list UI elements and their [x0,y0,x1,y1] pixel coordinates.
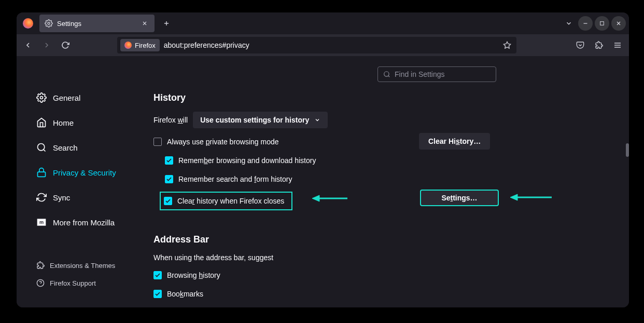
sidebar-item-label: Firefox Support [50,279,96,287]
clear-on-close-settings-button[interactable]: Settings… [420,190,499,206]
checkbox-remember-history[interactable]: Remember browsing and download history [165,154,629,167]
checkbox-suggest-bookmarks[interactable]: Bookmarks [153,288,629,300]
addressbar-desc: When using the address bar, suggest [153,253,629,262]
scrollbar[interactable] [626,143,629,157]
urlbar[interactable]: Firefox about:preferences#privacy [117,37,516,53]
button-label: Settings… [441,194,477,202]
checkbox-suggest-history[interactable]: Browsing history [153,269,629,281]
history-mode-dropdown[interactable]: Use custom settings for history [193,112,328,128]
sidebar-item-label: Home [53,118,74,127]
puzzle-icon [36,261,45,270]
settings-main: Find in Settings History Firefox will Us… [141,56,629,307]
url-text: about:preferences#privacy [164,41,249,49]
back-button[interactable] [20,37,36,53]
checkbox-remember-form-history[interactable]: Remember search and form history [165,173,629,185]
sidebar-item-extensions-themes[interactable]: Extensions & Themes [36,258,141,273]
sidebar-item-general[interactable]: General [36,87,141,108]
save-to-pocket-button[interactable] [572,37,589,53]
gear-icon [45,19,53,28]
checkbox-clear-on-close[interactable]: Clear history when Firefox closes [164,195,284,207]
clear-history-button[interactable]: Clear History… [419,133,490,150]
checkbox-icon [153,290,162,298]
content-area: General Home Search Privacy & Security S… [17,56,629,307]
annotation-arrow-icon [510,192,552,203]
sidebar-item-privacy[interactable]: Privacy & Security [36,162,141,183]
sidebar-item-label: Extensions & Themes [50,262,115,270]
svg-point-13 [40,97,43,99]
window-minimize-button[interactable] [578,16,593,31]
checkbox-label: Remember browsing and download history [178,156,316,165]
svg-text:m: m [39,220,44,225]
svg-marker-9 [503,42,510,48]
identity-box[interactable]: Firefox [120,39,160,51]
list-all-tabs-button[interactable] [562,16,576,31]
sidebar-item-search[interactable]: Search [36,137,141,158]
addressbar-section-title: Address Bar [153,234,629,245]
checkbox-label: Remember search and form history [178,175,292,183]
sync-icon [36,192,47,203]
checkbox-icon [165,156,173,165]
button-label: Clear History… [428,137,481,145]
checkbox-label: Browsing history [167,271,220,279]
find-in-settings-input[interactable]: Find in Settings [377,66,496,82]
lock-icon [36,167,47,178]
gear-icon [36,92,47,103]
extensions-button[interactable] [591,37,607,53]
will-label: Firefox will [153,116,188,124]
sidebar-item-firefox-support[interactable]: Firefox Support [36,275,141,291]
window-maximize-button[interactable] [595,16,609,31]
settings-sidebar: General Home Search Privacy & Security S… [17,56,141,307]
help-icon [36,279,45,287]
app-menu-button[interactable] [609,37,626,53]
sidebar-item-label: More from Mozilla [53,218,115,227]
checkbox-label: Always use private browsing mode [167,138,279,146]
checkbox-private-browsing[interactable]: Always use private browsing mode [153,136,629,148]
bookmark-star-button[interactable] [501,39,513,51]
svg-rect-16 [38,172,46,177]
checkbox-label: Clear history when Firefox closes [177,197,284,205]
firefox-will-row: Firefox will Use custom settings for his… [153,112,629,128]
browser-window: Settings [17,12,629,307]
checkbox-label: Bookmarks [167,290,203,298]
svg-marker-26 [510,194,517,200]
chevron-down-icon [314,117,320,123]
sidebar-item-label: General [53,93,80,102]
annotation-arrow-icon [312,193,347,204]
search-placeholder: Find in Settings [395,70,445,78]
titlebar: Settings [17,12,629,34]
forward-button[interactable] [38,37,55,53]
checkbox-clear-on-close-highlight: Clear history when Firefox closes [160,192,292,210]
checkbox-icon [153,271,162,279]
svg-line-15 [44,150,46,152]
reload-button[interactable] [57,37,74,53]
navigation-toolbar: Firefox about:preferences#privacy [17,34,629,56]
mozilla-icon: m [36,217,47,227]
svg-rect-6 [600,22,604,25]
svg-point-0 [48,22,50,24]
svg-marker-24 [312,195,319,201]
search-icon [383,71,390,78]
sidebar-item-label: Sync [53,193,70,202]
new-tab-button[interactable] [158,12,175,34]
history-section-title: History [153,92,629,103]
sidebar-item-more-mozilla[interactable]: m More from Mozilla [36,212,141,233]
identity-label: Firefox [135,42,156,49]
sidebar-item-sync[interactable]: Sync [36,187,141,208]
dropdown-value: Use custom settings for history [200,116,309,124]
tab-close-button[interactable] [140,19,149,28]
tab-settings[interactable]: Settings [39,15,155,32]
sidebar-item-label: Privacy & Security [53,168,116,177]
home-icon [36,117,47,128]
sidebar-item-home[interactable]: Home [36,112,141,133]
sidebar-item-label: Search [53,143,78,152]
checkbox-icon [153,138,162,146]
checkbox-icon [165,175,173,183]
search-icon [36,142,47,153]
firefox-menu-icon[interactable] [17,12,39,34]
window-close-button[interactable] [611,16,626,31]
svg-point-14 [38,144,45,151]
firefox-icon [124,42,132,49]
tab-title: Settings [57,20,136,28]
checkbox-icon [164,197,172,205]
svg-line-22 [388,76,390,77]
